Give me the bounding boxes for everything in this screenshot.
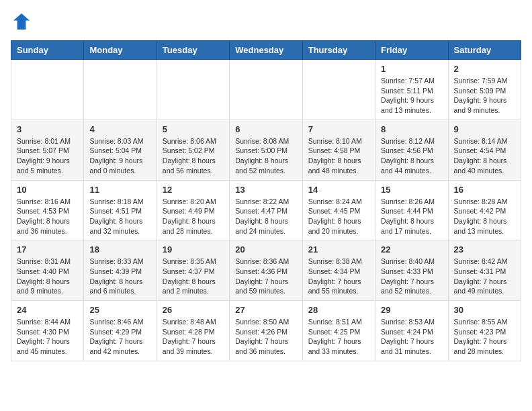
calendar-cell: 28Sunrise: 8:51 AM Sunset: 4:25 PM Dayli… xyxy=(302,301,375,361)
calendar-cell: 18Sunrise: 8:33 AM Sunset: 4:39 PM Dayli… xyxy=(84,240,157,301)
day-info: Sunrise: 8:55 AM Sunset: 4:23 PM Dayligh… xyxy=(454,317,515,357)
day-number: 21 xyxy=(308,244,369,255)
day-number: 10 xyxy=(17,185,78,195)
week-row-5: 24Sunrise: 8:44 AM Sunset: 4:30 PM Dayli… xyxy=(11,301,521,361)
day-number: 29 xyxy=(381,305,442,315)
day-number: 30 xyxy=(454,305,515,315)
week-row-1: 1Sunrise: 7:57 AM Sunset: 5:11 PM Daylig… xyxy=(11,60,521,120)
day-info: Sunrise: 8:53 AM Sunset: 4:24 PM Dayligh… xyxy=(381,317,442,357)
day-info: Sunrise: 8:51 AM Sunset: 4:25 PM Dayligh… xyxy=(308,317,369,357)
calendar-cell: 17Sunrise: 8:31 AM Sunset: 4:40 PM Dayli… xyxy=(11,240,84,301)
day-info: Sunrise: 8:31 AM Sunset: 4:40 PM Dayligh… xyxy=(17,257,78,296)
day-number: 23 xyxy=(454,244,515,255)
day-number: 19 xyxy=(163,244,224,255)
day-info: Sunrise: 8:33 AM Sunset: 4:39 PM Dayligh… xyxy=(89,257,150,296)
calendar-cell: 11Sunrise: 8:18 AM Sunset: 4:51 PM Dayli… xyxy=(84,180,157,240)
day-number: 22 xyxy=(381,244,442,255)
day-info: Sunrise: 8:42 AM Sunset: 4:31 PM Dayligh… xyxy=(454,257,515,296)
day-info: Sunrise: 8:01 AM Sunset: 5:07 PM Dayligh… xyxy=(17,136,78,176)
calendar-cell: 26Sunrise: 8:48 AM Sunset: 4:28 PM Dayli… xyxy=(157,301,229,361)
calendar-cell: 14Sunrise: 8:24 AM Sunset: 4:45 PM Dayli… xyxy=(302,180,375,240)
weekday-header-sunday: Sunday xyxy=(11,41,84,60)
day-number: 18 xyxy=(89,244,150,255)
day-info: Sunrise: 8:22 AM Sunset: 4:47 PM Dayligh… xyxy=(235,197,296,236)
logo-icon xyxy=(11,11,32,32)
day-info: Sunrise: 8:48 AM Sunset: 4:28 PM Dayligh… xyxy=(163,317,224,357)
weekday-header-tuesday: Tuesday xyxy=(157,41,229,60)
calendar-cell xyxy=(84,60,157,120)
calendar-cell: 13Sunrise: 8:22 AM Sunset: 4:47 PM Dayli… xyxy=(230,180,302,240)
day-info: Sunrise: 8:14 AM Sunset: 4:54 PM Dayligh… xyxy=(454,136,515,176)
calendar-cell: 9Sunrise: 8:14 AM Sunset: 4:54 PM Daylig… xyxy=(448,120,521,180)
day-info: Sunrise: 8:38 AM Sunset: 4:34 PM Dayligh… xyxy=(308,257,369,296)
day-number: 20 xyxy=(235,244,296,255)
calendar-cell: 5Sunrise: 8:06 AM Sunset: 5:02 PM Daylig… xyxy=(157,120,229,180)
day-number: 17 xyxy=(17,244,78,255)
day-info: Sunrise: 8:35 AM Sunset: 4:37 PM Dayligh… xyxy=(163,257,224,296)
calendar-cell: 16Sunrise: 8:28 AM Sunset: 4:42 PM Dayli… xyxy=(448,180,521,240)
week-row-2: 3Sunrise: 8:01 AM Sunset: 5:07 PM Daylig… xyxy=(11,120,521,180)
week-row-3: 10Sunrise: 8:16 AM Sunset: 4:53 PM Dayli… xyxy=(11,180,521,240)
calendar-cell: 24Sunrise: 8:44 AM Sunset: 4:30 PM Dayli… xyxy=(11,301,84,361)
weekday-header-saturday: Saturday xyxy=(448,41,521,60)
day-info: Sunrise: 8:10 AM Sunset: 4:58 PM Dayligh… xyxy=(308,136,369,176)
day-info: Sunrise: 8:44 AM Sunset: 4:30 PM Dayligh… xyxy=(17,317,78,357)
day-number: 8 xyxy=(381,124,442,134)
calendar-table: SundayMondayTuesdayWednesdayThursdayFrid… xyxy=(11,40,521,361)
calendar-cell: 15Sunrise: 8:26 AM Sunset: 4:44 PM Dayli… xyxy=(375,180,448,240)
day-info: Sunrise: 8:06 AM Sunset: 5:02 PM Dayligh… xyxy=(163,136,224,176)
calendar-cell: 10Sunrise: 8:16 AM Sunset: 4:53 PM Dayli… xyxy=(11,180,84,240)
calendar-cell: 3Sunrise: 8:01 AM Sunset: 5:07 PM Daylig… xyxy=(11,120,84,180)
day-number: 3 xyxy=(17,124,78,134)
day-info: Sunrise: 7:57 AM Sunset: 5:11 PM Dayligh… xyxy=(381,76,442,116)
calendar-cell: 19Sunrise: 8:35 AM Sunset: 4:37 PM Dayli… xyxy=(157,240,229,301)
calendar-cell: 7Sunrise: 8:10 AM Sunset: 4:58 PM Daylig… xyxy=(302,120,375,180)
calendar-cell xyxy=(230,60,302,120)
page-header xyxy=(11,11,521,32)
weekday-header-wednesday: Wednesday xyxy=(230,41,302,60)
calendar-cell: 1Sunrise: 7:57 AM Sunset: 5:11 PM Daylig… xyxy=(375,60,448,120)
day-number: 13 xyxy=(235,185,296,195)
calendar-cell xyxy=(11,60,84,120)
day-info: Sunrise: 8:28 AM Sunset: 4:42 PM Dayligh… xyxy=(454,197,515,236)
weekday-header-friday: Friday xyxy=(375,41,448,60)
calendar-cell xyxy=(157,60,229,120)
day-info: Sunrise: 8:46 AM Sunset: 4:29 PM Dayligh… xyxy=(89,317,150,357)
day-info: Sunrise: 8:12 AM Sunset: 4:56 PM Dayligh… xyxy=(381,136,442,176)
day-number: 15 xyxy=(381,185,442,195)
day-info: Sunrise: 8:16 AM Sunset: 4:53 PM Dayligh… xyxy=(17,197,78,236)
day-number: 9 xyxy=(454,124,515,134)
calendar-cell: 2Sunrise: 7:59 AM Sunset: 5:09 PM Daylig… xyxy=(448,60,521,120)
weekday-header-row: SundayMondayTuesdayWednesdayThursdayFrid… xyxy=(11,41,521,60)
day-info: Sunrise: 8:18 AM Sunset: 4:51 PM Dayligh… xyxy=(89,197,150,236)
day-number: 7 xyxy=(308,124,369,134)
day-info: Sunrise: 8:20 AM Sunset: 4:49 PM Dayligh… xyxy=(163,197,224,236)
day-number: 6 xyxy=(235,124,296,134)
calendar-cell: 21Sunrise: 8:38 AM Sunset: 4:34 PM Dayli… xyxy=(302,240,375,301)
weekday-header-monday: Monday xyxy=(84,41,157,60)
day-info: Sunrise: 7:59 AM Sunset: 5:09 PM Dayligh… xyxy=(454,76,515,116)
calendar-cell: 20Sunrise: 8:36 AM Sunset: 4:36 PM Dayli… xyxy=(230,240,302,301)
calendar-cell: 8Sunrise: 8:12 AM Sunset: 4:56 PM Daylig… xyxy=(375,120,448,180)
day-number: 5 xyxy=(163,124,224,134)
day-number: 1 xyxy=(381,64,442,74)
day-number: 11 xyxy=(89,185,150,195)
day-number: 16 xyxy=(454,185,515,195)
day-number: 27 xyxy=(235,305,296,315)
calendar-cell: 4Sunrise: 8:03 AM Sunset: 5:04 PM Daylig… xyxy=(84,120,157,180)
day-info: Sunrise: 8:40 AM Sunset: 4:33 PM Dayligh… xyxy=(381,257,442,296)
calendar-cell: 27Sunrise: 8:50 AM Sunset: 4:26 PM Dayli… xyxy=(230,301,302,361)
week-row-4: 17Sunrise: 8:31 AM Sunset: 4:40 PM Dayli… xyxy=(11,240,521,301)
day-number: 2 xyxy=(454,64,515,74)
calendar-cell: 12Sunrise: 8:20 AM Sunset: 4:49 PM Dayli… xyxy=(157,180,229,240)
day-info: Sunrise: 8:03 AM Sunset: 5:04 PM Dayligh… xyxy=(89,136,150,176)
calendar-cell: 23Sunrise: 8:42 AM Sunset: 4:31 PM Dayli… xyxy=(448,240,521,301)
calendar-cell: 25Sunrise: 8:46 AM Sunset: 4:29 PM Dayli… xyxy=(84,301,157,361)
calendar-cell: 29Sunrise: 8:53 AM Sunset: 4:24 PM Dayli… xyxy=(375,301,448,361)
logo xyxy=(11,11,35,32)
calendar-cell: 6Sunrise: 8:08 AM Sunset: 5:00 PM Daylig… xyxy=(230,120,302,180)
calendar-cell xyxy=(302,60,375,120)
day-info: Sunrise: 8:08 AM Sunset: 5:00 PM Dayligh… xyxy=(235,136,296,176)
day-number: 14 xyxy=(308,185,369,195)
day-info: Sunrise: 8:36 AM Sunset: 4:36 PM Dayligh… xyxy=(235,257,296,296)
